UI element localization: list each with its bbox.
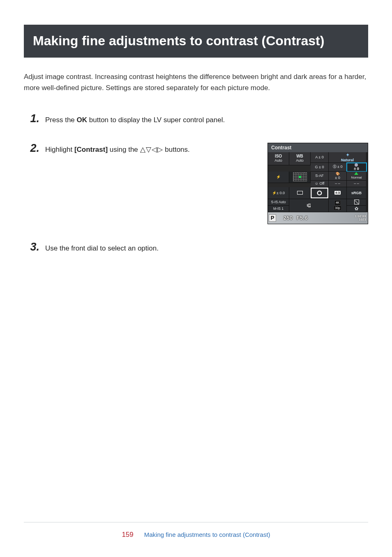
value: Natural bbox=[341, 158, 354, 162]
monochrome-cell: – – bbox=[347, 181, 367, 187]
page-title: Making fine adjustments to contrast (Con… bbox=[24, 25, 368, 58]
svg-point-1 bbox=[318, 191, 322, 195]
value: 30p bbox=[334, 206, 341, 211]
metering-icon bbox=[311, 188, 328, 198]
single-frame-icon bbox=[297, 191, 303, 195]
text: using the bbox=[108, 146, 140, 153]
value: sRGB bbox=[351, 191, 362, 195]
footer-link[interactable]: Making fine adjustments to contrast (Con… bbox=[144, 531, 270, 538]
step-text: Highlight [Contrast] using the △▽◁▷ butt… bbox=[42, 143, 255, 155]
svg-rect-0 bbox=[311, 188, 328, 198]
sis-cell: S-IS Auto bbox=[268, 199, 289, 206]
lv-super-control-panel: Contrast ISO Auto WB Auto A ± 0 ✦Natural bbox=[267, 143, 368, 224]
value: ± 0 bbox=[335, 176, 340, 180]
ok-button-label: OK bbox=[77, 116, 88, 124]
text: buttons. bbox=[163, 146, 190, 153]
flash-comp-cell: ⚡± 0.0 bbox=[268, 187, 289, 199]
picture-mode-cell: ✦Natural bbox=[329, 152, 367, 163]
step-text: Use the front dial to select an option. bbox=[42, 241, 368, 254]
af-area-cell bbox=[289, 172, 311, 183]
wb-cell: WB Auto bbox=[289, 152, 311, 165]
gradation-icon bbox=[354, 172, 358, 175]
saf-cell: S-AF bbox=[311, 172, 329, 181]
contrast-cell-selected: ± 0 bbox=[347, 163, 367, 172]
step-number: 2 bbox=[24, 143, 42, 154]
step-number: 3 bbox=[24, 241, 42, 253]
step-number: 1 bbox=[24, 113, 42, 124]
drive-cell bbox=[289, 187, 311, 199]
af-grid-icon bbox=[293, 172, 307, 181]
step-3: 3 Use the front dial to select an option… bbox=[24, 241, 368, 254]
button-function-cell: ✿ bbox=[347, 206, 367, 212]
label: ISO bbox=[275, 154, 282, 158]
panel-footer: P 250 F5.6 1:02:03 1023 bbox=[268, 212, 368, 224]
value: G ± 0 bbox=[315, 165, 324, 169]
value: ☺ Off bbox=[315, 181, 325, 186]
page-number: 159 bbox=[122, 531, 133, 538]
step-1: 1 Press the OK button to display the LV … bbox=[24, 113, 368, 125]
gear-icon: ✿ bbox=[355, 206, 358, 211]
color-filter-cell: – – bbox=[329, 181, 347, 187]
text: Press the bbox=[45, 116, 77, 124]
step-2: 2 Highlight [Contrast] using the △▽◁▷ bu… bbox=[24, 143, 368, 224]
shots-remaining: 1023 bbox=[355, 218, 366, 221]
panel-header: Contrast bbox=[268, 143, 368, 152]
value: S-IS Auto bbox=[271, 200, 286, 204]
image-quality-cell: LF bbox=[289, 199, 329, 212]
face-priority-cell: ☺ Off bbox=[311, 181, 329, 187]
value: ± 0 bbox=[354, 167, 359, 171]
iso-cell: ISO Auto bbox=[268, 152, 289, 165]
saturation-icon: 🎨 bbox=[336, 172, 340, 176]
color-space-cell: sRGB bbox=[347, 187, 367, 199]
text: button to display the LV super control p… bbox=[87, 116, 225, 124]
shooting-mode: P bbox=[269, 214, 276, 222]
picture-mode-icon: ✦ bbox=[346, 153, 349, 157]
sharpness-cell: Ⓢ ± 0 bbox=[329, 163, 347, 172]
value: Auto bbox=[274, 159, 282, 162]
value: Normal bbox=[351, 176, 362, 179]
mis-cell: M-IS 1 bbox=[268, 206, 289, 212]
contrast-label: [Contrast] bbox=[74, 146, 108, 153]
saturation-cell: 🎨± 0 bbox=[329, 172, 347, 181]
value: Auto bbox=[296, 159, 304, 162]
arrow-buttons-icon: △▽◁▷ bbox=[140, 146, 163, 153]
shutter-value: 250 bbox=[284, 215, 293, 221]
footer-right: 1:02:03 1023 bbox=[355, 215, 366, 221]
wb-g-cell: G ± 0 bbox=[311, 163, 329, 172]
highlight-shadow-cell bbox=[347, 199, 367, 206]
value: F bbox=[308, 204, 311, 207]
wb-a-cell: A ± 0 bbox=[311, 152, 329, 163]
metering-cell bbox=[311, 187, 329, 199]
value: ⚡± 0.0 bbox=[272, 191, 285, 195]
steps-list: 1 Press the OK button to display the LV … bbox=[24, 113, 368, 253]
step-text: Press the OK button to display the LV su… bbox=[42, 113, 368, 125]
intro-paragraph: Adjust image contrast. Increasing contra… bbox=[24, 72, 368, 93]
value: 4K bbox=[334, 200, 341, 205]
exposure-values: 250 F5.6 bbox=[284, 215, 308, 221]
panel-grid: ISO Auto WB Auto A ± 0 ✦Natural G ± 0 Ⓢ … bbox=[268, 152, 368, 212]
value: A ± 0 bbox=[315, 155, 323, 159]
value: S-AF bbox=[315, 174, 324, 178]
flash-icon: ⚡ bbox=[276, 175, 281, 179]
contrast-icon bbox=[355, 163, 358, 167]
value: Ⓢ ± 0 bbox=[333, 164, 343, 169]
gradation-cell: Normal bbox=[347, 172, 367, 181]
aspect-cell: 4:3 bbox=[329, 187, 347, 199]
value: M-IS 1 bbox=[273, 207, 284, 211]
value: – – bbox=[354, 181, 359, 186]
aperture-value: F5.6 bbox=[297, 215, 308, 221]
highlight-shadow-icon bbox=[354, 200, 359, 204]
label: WB bbox=[296, 154, 303, 158]
page-footer: 159Making fine adjustments to contrast (… bbox=[24, 522, 368, 539]
value: – – bbox=[335, 181, 340, 186]
video-quality-cell: 4K 30p bbox=[329, 199, 347, 212]
value: 4:3 bbox=[334, 191, 341, 195]
text: Highlight bbox=[45, 146, 74, 153]
flash-mode-cell: ⚡ bbox=[268, 172, 289, 183]
